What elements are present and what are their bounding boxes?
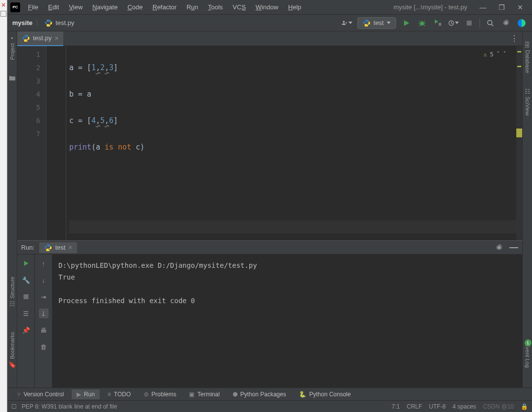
editor-tabs: test.py × ⋮ (17, 31, 522, 46)
coverage-button[interactable] (432, 18, 443, 28)
breadcrumb-root[interactable]: mysite (12, 19, 32, 26)
down-icon[interactable]: ↓ (39, 275, 49, 285)
file-tab-label: test.py (33, 34, 52, 42)
console-output[interactable]: D:\pythonLED\python.exe D:/Django/mysite… (53, 255, 522, 387)
window-controls: — ❐ ✕ (477, 2, 526, 12)
menu-navigate[interactable]: Navigate (88, 1, 121, 13)
code-with-me-icon[interactable] (516, 18, 527, 28)
rerun-button[interactable] (21, 258, 31, 268)
run-config-selector[interactable]: test (357, 17, 396, 29)
modify-run-icon[interactable]: 🔧 (21, 275, 31, 285)
tab-run[interactable]: ▶Run (72, 389, 100, 399)
menu-code[interactable]: Code (124, 1, 147, 13)
event-log-tool[interactable]: 1 Event Log (525, 343, 531, 368)
menu-tools[interactable]: Tools (204, 1, 227, 13)
tab-python-packages[interactable]: ⬢Python Packages (228, 389, 291, 399)
tab-terminal[interactable]: ▣Terminal (184, 389, 224, 399)
run-label: Run: (21, 244, 34, 251)
add-user-icon[interactable] (342, 18, 352, 28)
next-highlight-icon[interactable]: ˇ (503, 48, 506, 61)
external-left-strip: × (0, 0, 7, 412)
left-tool-strip: ▪ Project Structure ☷ Bookmarks 🔖 (7, 31, 17, 387)
svg-rect-9 (24, 294, 28, 299)
breadcrumb-file[interactable]: test.py (55, 19, 74, 26)
sciview-tool[interactable]: ☷ SciView (524, 88, 531, 116)
search-button[interactable] (485, 18, 496, 28)
bottom-tool-tabs: ⑂Version Control ▶Run ≡TODO ⊘Problems ▣T… (7, 387, 532, 400)
status-bar: ☐ PEP 8: W391 blank line at end of file … (7, 400, 532, 412)
menu-help[interactable]: Help (284, 1, 305, 13)
maximize-button[interactable]: ❐ (496, 2, 507, 12)
watermark: CSDN @10 (483, 403, 514, 410)
structure-icon: ☷ (9, 301, 16, 308)
run-body: 🔧 ☰ 📌 ↑ ↓ ⇥ ⤓ 🖶 🗑 D:\pythonLED\python.ex… (17, 255, 522, 387)
close-tab-icon[interactable]: × (54, 34, 58, 42)
inspection-widget[interactable]: ⚠ 5 ˆ ˇ (483, 48, 506, 61)
profile-button[interactable] (448, 18, 459, 28)
database-icon: 🗄 (524, 41, 531, 48)
svg-point-2 (420, 22, 424, 26)
code-content[interactable]: a = [1,2,3] b = a c = [4,5,6] print(a is… (66, 46, 516, 240)
python-icon (44, 244, 52, 252)
run-button[interactable] (401, 18, 412, 28)
window-title: mysite [...\mysite] - test.py (394, 3, 467, 11)
lock-icon[interactable]: 🔒 (521, 403, 528, 410)
settings-button[interactable] (501, 18, 511, 28)
line-gutter: 1 2 3 4 5 6 7 (17, 46, 47, 240)
file-encoding[interactable]: UTF-8 (429, 403, 446, 410)
stop-run-button[interactable] (21, 292, 31, 302)
bookmark-icon: 🔖 (9, 361, 16, 368)
scroll-end-icon[interactable]: ⤓ (39, 309, 49, 318)
layout-icon[interactable]: ☰ (21, 309, 31, 318)
menu-vcs[interactable]: VCS (229, 1, 250, 13)
terminal-icon: ▣ (189, 391, 194, 398)
menu-file[interactable]: FFileile (24, 1, 42, 13)
database-tool[interactable]: 🗄 Database (524, 41, 531, 73)
line-separator[interactable]: CRLF (407, 403, 422, 410)
close-button[interactable]: ✕ (514, 2, 526, 12)
error-stripe[interactable] (516, 46, 522, 240)
branch-icon: ⑂ (17, 391, 21, 398)
prev-highlight-icon[interactable]: ˆ (497, 48, 500, 61)
todo-icon: ≡ (107, 391, 111, 398)
status-message: PEP 8: W391 blank line at end of file (22, 403, 117, 410)
structure-tool[interactable]: Structure ☷ (9, 277, 16, 308)
navigation-toolbar: mysite 〉 test.py test (7, 15, 532, 31)
menu-refactor[interactable]: Refactor (149, 1, 181, 13)
menu-view[interactable]: View (65, 1, 86, 13)
print-icon[interactable]: 🖶 (39, 325, 49, 335)
project-icon: ▪ (9, 34, 16, 41)
menu-edit[interactable]: Edit (44, 1, 63, 13)
tab-python-console[interactable]: 🐍Python Console (294, 389, 356, 399)
menu-run[interactable]: Run (183, 1, 202, 13)
pin-icon[interactable]: 📌 (21, 325, 31, 335)
bookmarks-tool[interactable]: Bookmarks 🔖 (9, 332, 16, 368)
soft-wrap-icon[interactable]: ⇥ (39, 292, 49, 302)
debug-button[interactable] (417, 18, 427, 28)
cursor-position[interactable]: 7:1 (392, 403, 400, 410)
tabs-more-icon[interactable]: ⋮ (510, 34, 518, 43)
minimize-button[interactable]: — (477, 2, 489, 12)
tab-todo[interactable]: ≡TODO (103, 389, 135, 399)
status-icon[interactable]: ☐ (11, 403, 17, 410)
warning-count: 5 (490, 48, 493, 61)
up-icon[interactable]: ↑ (39, 258, 49, 268)
packages-icon: ⬢ (233, 391, 238, 398)
indent-setting[interactable]: 4 spaces (452, 403, 476, 410)
stop-button[interactable] (464, 18, 475, 28)
trash-icon[interactable]: 🗑 (39, 342, 49, 352)
run-config-label: test (373, 19, 384, 26)
ext-close-icon: × (0, 1, 7, 9)
file-tab-test[interactable]: test.py × (17, 31, 63, 46)
folder-icon[interactable] (9, 75, 16, 81)
svg-point-5 (488, 20, 492, 25)
code-editor[interactable]: 1 2 3 4 5 6 7 a = [1,2,3] b = a c = [4,5… (17, 46, 522, 240)
tab-problems[interactable]: ⊘Problems (139, 389, 182, 399)
python-file-icon (45, 19, 53, 27)
editor-area: test.py × ⋮ 1 2 3 4 5 6 7 a = [1,2,3] b … (17, 31, 522, 387)
menu-window[interactable]: Window (252, 1, 282, 13)
tab-version-control[interactable]: ⑂Version Control (12, 389, 69, 399)
svg-point-6 (505, 22, 507, 24)
project-tool[interactable]: ▪ Project (9, 34, 16, 60)
main-menu: FFileile Edit View Navigate Code Refacto… (24, 1, 305, 13)
